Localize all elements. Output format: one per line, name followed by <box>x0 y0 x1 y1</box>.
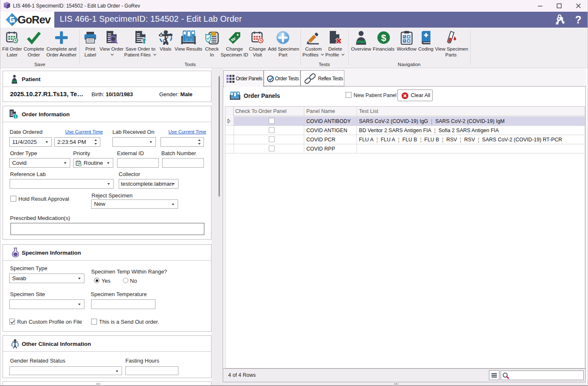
svg-text:$: $ <box>381 33 386 43</box>
